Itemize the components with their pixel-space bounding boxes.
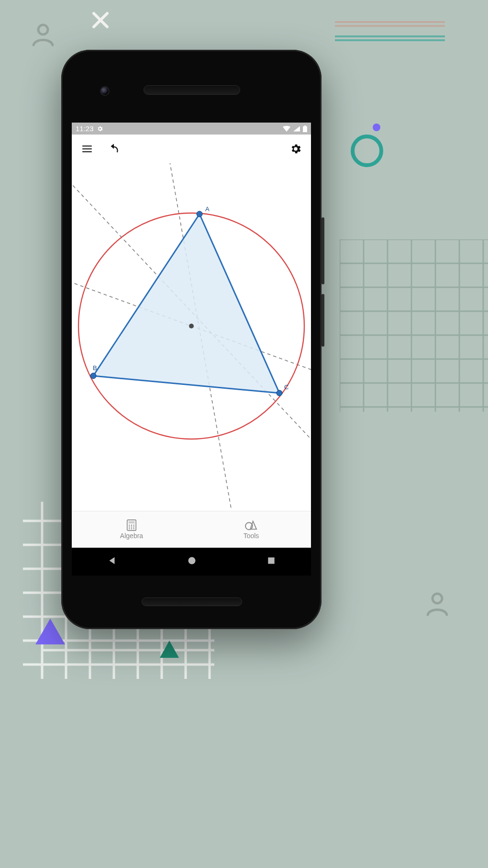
- home-icon: [187, 556, 197, 565]
- label-a: A: [205, 205, 210, 213]
- circle-decor: [349, 133, 385, 169]
- gear-icon: [97, 125, 103, 132]
- back-icon: [107, 555, 117, 566]
- point-b[interactable]: [90, 373, 96, 379]
- svg-rect-10: [129, 521, 135, 524]
- person-icon-2: [423, 590, 451, 619]
- menu-button[interactable]: [80, 142, 94, 156]
- android-nav-bar: [72, 548, 311, 575]
- tab-algebra[interactable]: Algebra: [72, 511, 191, 548]
- wifi-icon: [283, 126, 290, 132]
- app-screen: 11:23: [72, 123, 311, 548]
- nav-back[interactable]: [107, 555, 117, 568]
- menu-icon: [81, 143, 93, 155]
- geometry-canvas[interactable]: A B C: [72, 163, 311, 511]
- android-status-bar: 11:23: [72, 123, 311, 135]
- nav-recent[interactable]: [266, 556, 276, 567]
- grid-decor-right: [340, 239, 488, 412]
- phone-frame: 11:23: [61, 50, 322, 629]
- svg-point-17: [129, 528, 130, 529]
- svg-point-18: [131, 528, 132, 529]
- svg-point-12: [131, 525, 132, 526]
- undo-icon: [108, 143, 120, 155]
- tab-tools-label: Tools: [244, 532, 259, 540]
- phone-speaker: [144, 85, 240, 95]
- cross-icon: [91, 11, 110, 30]
- recent-icon: [266, 556, 276, 565]
- page-background: 11:23: [0, 0, 488, 868]
- tools-icon: [245, 519, 257, 531]
- triangle-decor-green: [158, 640, 181, 659]
- point-a[interactable]: [197, 211, 202, 217]
- svg-point-19: [133, 528, 134, 529]
- svg-point-3: [433, 594, 442, 603]
- phone-side-button: [322, 217, 324, 284]
- calculator-icon: [126, 519, 137, 531]
- dot-decor: [372, 123, 381, 132]
- svg-rect-4: [303, 126, 307, 132]
- settings-button[interactable]: [289, 142, 302, 156]
- lines-decor: [330, 16, 450, 45]
- person-icon: [29, 20, 57, 49]
- gear-icon: [289, 143, 302, 155]
- center-point[interactable]: [189, 324, 194, 328]
- triangle[interactable]: [93, 214, 279, 393]
- point-c[interactable]: [277, 390, 282, 396]
- phone-side-button: [322, 294, 324, 347]
- svg-point-2: [373, 124, 380, 131]
- tab-tools[interactable]: Tools: [191, 511, 311, 548]
- phone-camera: [100, 86, 110, 96]
- undo-button[interactable]: [107, 142, 121, 156]
- svg-point-11: [129, 525, 130, 526]
- svg-rect-5: [304, 125, 306, 126]
- triangle-decor-purple: [33, 618, 67, 646]
- svg-point-15: [131, 527, 132, 528]
- svg-point-16: [133, 527, 134, 528]
- label-b: B: [93, 364, 97, 372]
- svg-point-13: [133, 525, 134, 526]
- svg-point-0: [38, 25, 48, 34]
- app-toolbar: [72, 135, 311, 163]
- bottom-bar: Algebra Tools: [72, 511, 311, 548]
- nav-home[interactable]: [187, 556, 197, 567]
- clock-text: 11:23: [76, 124, 94, 133]
- signal-icon: [293, 126, 300, 132]
- tab-algebra-label: Algebra: [120, 532, 143, 540]
- svg-rect-22: [268, 557, 274, 564]
- phone-speaker-bottom: [142, 597, 242, 606]
- label-c: C: [284, 383, 288, 391]
- svg-point-21: [189, 557, 196, 564]
- svg-point-1: [353, 136, 381, 165]
- svg-point-14: [129, 527, 130, 528]
- geometry-svg: A B C: [72, 163, 311, 509]
- battery-icon: [303, 125, 307, 132]
